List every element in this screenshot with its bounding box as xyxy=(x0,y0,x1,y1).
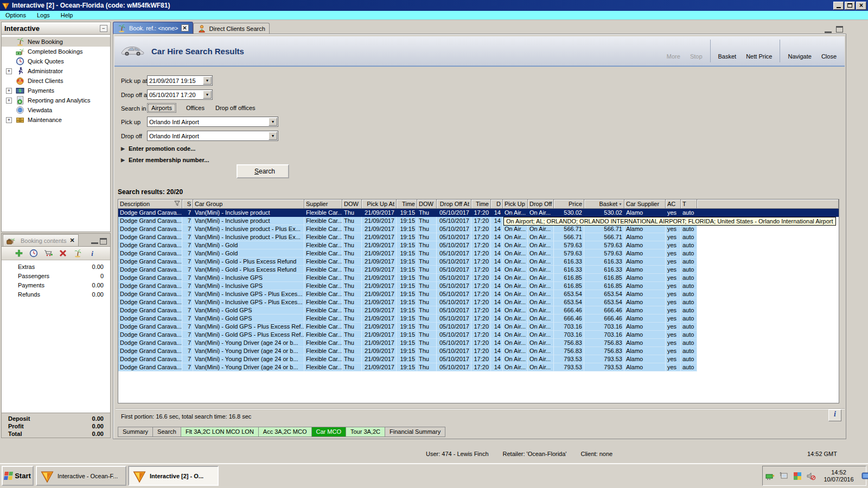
column-header-drop-off-at-8[interactable]: Drop Off At xyxy=(437,200,471,209)
menu-item-help[interactable]: Help xyxy=(61,12,73,18)
section-tab-acc-3a-2c-mco[interactable]: Acc 3A,2C MCO xyxy=(259,427,312,437)
sidebar-item-completed-bookings[interactable]: Completed Bookings xyxy=(2,47,110,56)
search-button[interactable]: Search xyxy=(237,164,289,178)
basket-button[interactable]: Basket xyxy=(713,38,742,64)
panel-minimize-icon[interactable] xyxy=(91,238,98,244)
promotion-code-expander[interactable]: ▶ Enter promotion code... xyxy=(121,145,195,152)
sidebar-item-quick-quotes[interactable]: Quick Quotes xyxy=(2,56,110,66)
table-row[interactable]: Dodge Grand Carava...7Van(Mini) - Young … xyxy=(118,339,839,347)
table-row[interactable]: Dodge Grand Carava...7Van(Mini) - Gold G… xyxy=(118,314,839,323)
add-icon[interactable] xyxy=(15,249,24,258)
menu-item-options[interactable]: Options xyxy=(5,12,26,18)
table-row[interactable]: Dodge Grand Carava...7Van(Mini) - Gold -… xyxy=(118,266,839,274)
booking-contents-row[interactable]: Passengers0 xyxy=(2,272,110,281)
search-in-option-drop-off-offices[interactable]: Drop off offices xyxy=(214,104,257,112)
panel-maximize-icon[interactable] xyxy=(100,238,107,245)
navigate-button[interactable]: Navigate xyxy=(783,38,816,64)
column-header-description-0[interactable]: Description xyxy=(118,200,182,209)
column-header-t-17[interactable]: T xyxy=(681,200,697,209)
section-tab-search[interactable]: Search xyxy=(153,427,181,437)
booking-contents-row[interactable]: Payments0.00 xyxy=(2,281,110,290)
search-in-option-offices[interactable]: Offices xyxy=(185,104,206,112)
delete-icon[interactable] xyxy=(59,249,68,258)
close-button[interactable]: Close xyxy=(816,38,841,64)
dropoff-at-input[interactable]: 05/10/2017 17:20 ▾ xyxy=(147,89,213,100)
nett-price-button[interactable]: $Nett Price xyxy=(741,38,777,64)
section-tab-flt-3a-2c-lon-mco-lon[interactable]: Flt 3A,2C LON MCO LON xyxy=(181,427,259,437)
sidebar-item-reporting-and-analytics[interactable]: +Reporting and Analytics xyxy=(2,95,110,105)
table-row[interactable]: Dodge Grand Carava...7Van(Mini) - Inclus… xyxy=(118,209,839,217)
tabarea-minimize-icon[interactable] xyxy=(825,27,832,33)
menu-item-logs[interactable]: Logs xyxy=(37,12,50,18)
dropdown-arrow-icon[interactable]: ▾ xyxy=(203,76,212,85)
column-header-time-9[interactable]: Time xyxy=(471,200,491,209)
booking-contents-row[interactable]: Refunds0.00 xyxy=(2,290,110,299)
column-header-time-6[interactable]: Time xyxy=(397,200,417,209)
antivirus-icon[interactable] xyxy=(793,471,802,481)
booking-contents-close-icon[interactable]: ✕ xyxy=(69,237,74,244)
info-icon[interactable]: i xyxy=(88,249,97,258)
membership-number-expander[interactable]: ▶ Enter membership number... xyxy=(121,157,209,163)
network-connection-icon[interactable] xyxy=(779,471,789,481)
dropdown-arrow-icon[interactable]: ▾ xyxy=(269,118,277,126)
section-tab-tour-3a-2c[interactable]: Tour 3A,2C xyxy=(346,427,385,437)
booking-contents-tab[interactable]: Booking contents ✕ xyxy=(3,234,79,246)
expand-icon[interactable]: + xyxy=(6,117,12,123)
expand-icon[interactable]: + xyxy=(6,88,12,94)
dropdown-arrow-icon[interactable]: ▾ xyxy=(203,91,212,99)
pickup-combo[interactable]: Orlando Intl Airport ▾ xyxy=(147,117,278,127)
table-row[interactable]: Dodge Grand Carava...7Van(Mini) - Inclus… xyxy=(118,233,839,241)
table-row[interactable]: Dodge Grand Carava...7Van(Mini) - Young … xyxy=(118,363,839,371)
table-row[interactable]: Dodge Grand Carava...7Van(Mini) - Gold G… xyxy=(118,331,839,339)
table-row[interactable]: Dodge Grand Carava...7Van(Mini) - Gold G… xyxy=(118,306,839,314)
expand-icon[interactable]: + xyxy=(6,68,12,74)
column-header-ac-16[interactable]: AC xyxy=(666,200,681,209)
dropoff-combo[interactable]: Orlando Intl Airport ▾ xyxy=(147,131,278,141)
column-header-drop-off-12[interactable]: Drop Off xyxy=(528,200,554,209)
section-tab-car-mco[interactable]: Car MCO xyxy=(312,427,346,437)
column-header-pick-up-at-5[interactable]: Pick Up At xyxy=(362,200,397,209)
table-row[interactable]: Dodge Grand Carava...7Van(Mini) - Young … xyxy=(118,355,839,363)
table-row[interactable]: Dodge Grand Carava...7Van(Mini) - Young … xyxy=(118,347,839,355)
tab-direct-clients-search[interactable]: Direct Clients Search xyxy=(193,23,270,34)
tab-close-icon[interactable]: ✕ xyxy=(181,24,189,31)
clock-icon[interactable] xyxy=(29,249,39,258)
tabarea-maximize-icon[interactable] xyxy=(836,26,843,33)
sidebar-item-administrator[interactable]: +Administrator xyxy=(2,66,110,76)
restore-button[interactable] xyxy=(845,2,855,10)
table-row[interactable]: Dodge Grand Carava...7Van(Mini) - Inclus… xyxy=(118,274,839,282)
table-row[interactable]: Dodge Grand Carava...7Van(Mini) - Inclus… xyxy=(118,282,839,290)
table-row[interactable]: Dodge Grand Carava...7Van(Mini) - Inclus… xyxy=(118,298,839,306)
column-header-s-1[interactable]: S xyxy=(182,200,193,209)
network-card-icon[interactable] xyxy=(765,471,775,481)
close-button[interactable]: × xyxy=(856,2,866,10)
column-header-car-group-2[interactable]: Car Group xyxy=(193,200,304,209)
column-header-dow-4[interactable]: DOW xyxy=(342,200,362,209)
tab-booking-ref[interactable]: Book. ref.: <none> ✕ xyxy=(113,22,193,34)
sidebar-item-payments[interactable]: +$Payments xyxy=(2,86,110,95)
volume-muted-icon[interactable] xyxy=(806,471,816,481)
table-row[interactable]: Dodge Grand Carava...7Van(Mini) - Inclus… xyxy=(118,225,839,233)
column-header-car-supplier-15[interactable]: Car Supplier xyxy=(624,200,666,209)
table-row[interactable]: Dodge Grand Carava...7Van(Mini) - Gold G… xyxy=(118,323,839,331)
table-row[interactable]: Dodge Grand Carava...7Van(Mini) - GoldFl… xyxy=(118,249,839,258)
column-header-price-13[interactable]: Price xyxy=(554,200,584,209)
taskbar-window-interactive-2-o[interactable]: Interactive [2] - O... xyxy=(128,466,219,486)
table-row[interactable]: Dodge Grand Carava...7Van(Mini) - Gold -… xyxy=(118,258,839,266)
start-button[interactable]: Start xyxy=(2,466,34,486)
search-in-option-airports[interactable]: Airports xyxy=(147,103,176,113)
table-row[interactable]: Dodge Grand Carava...7Van(Mini) - Inclus… xyxy=(118,290,839,298)
booking-contents-row[interactable]: Extras0.00 xyxy=(2,262,110,272)
expand-icon[interactable]: + xyxy=(6,98,12,104)
column-header-dow-7[interactable]: DOW xyxy=(417,200,437,209)
sidebar-item-new-booking[interactable]: New Booking xyxy=(2,37,110,47)
collapse-panel-icon[interactable]: − xyxy=(100,25,107,32)
table-row[interactable]: Dodge Grand Carava...7Van(Mini) - GoldFl… xyxy=(118,241,839,249)
section-tab-summary[interactable]: Summary xyxy=(118,427,153,437)
cart-arrow-icon[interactable] xyxy=(44,249,53,258)
column-header-pick-up-11[interactable]: Pick Up xyxy=(503,200,528,209)
dropdown-arrow-icon[interactable]: ▾ xyxy=(269,132,277,140)
pickup-at-input[interactable]: 21/09/2017 19:15 ▾ xyxy=(147,75,213,86)
minimize-button[interactable] xyxy=(833,2,844,10)
filter-icon[interactable] xyxy=(174,201,180,207)
